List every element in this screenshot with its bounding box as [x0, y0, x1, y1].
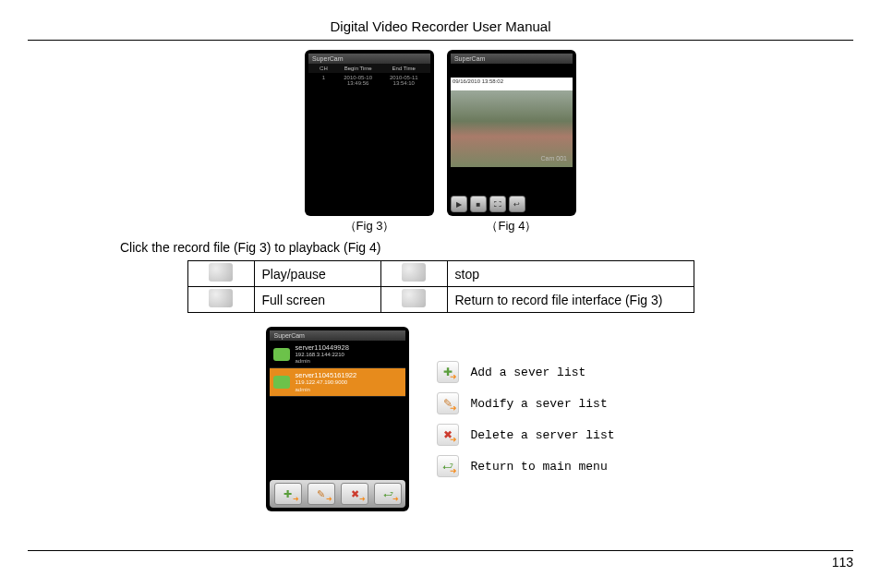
figure-row: SuperCam CH Begin Time End Time 1 2010-0… [28, 50, 853, 234]
server-ip: 119.122.47.190:9000 [295, 379, 356, 386]
stop-button[interactable]: ■ [470, 196, 487, 212]
delete-server-button[interactable]: ✖➜ [341, 483, 368, 505]
table-row: Play/pause stop [187, 261, 694, 287]
legend-delete-label: Delete a server list [470, 428, 614, 442]
server-admin: admin [295, 358, 348, 365]
server-text: server110449928 192.168.3.144:2210 admin [295, 343, 348, 365]
phone-frame-fig4: SuperCam 09/16/2010 13:58:02 Cam 001 ▶ ■… [447, 50, 576, 216]
server-name: server11045161922 [295, 371, 356, 379]
stop-icon [402, 263, 426, 282]
return-label: Return to record file interface (Fig 3) [447, 287, 694, 313]
phone-frame-fig3: SuperCam CH Begin Time End Time 1 2010-0… [305, 50, 434, 216]
arrow-icon: ➜ [293, 495, 299, 503]
modify-server-button[interactable]: ✎➜ [308, 483, 335, 505]
fullscreen-button[interactable]: ⛶ [489, 196, 506, 212]
play-pause-button[interactable]: ▶ [451, 196, 467, 212]
arrow-icon: ➜ [359, 495, 366, 503]
server-ip: 192.168.3.144:2210 [295, 352, 348, 358]
app-title-bar: SuperCam [270, 330, 405, 341]
legend-row-add: ✚➜ Add a sever list [437, 361, 614, 383]
return-button[interactable]: ↩ [509, 196, 525, 212]
player-controls: ▶ ■ ⛶ ↩ [451, 196, 525, 212]
return-icon: ⮐ [383, 488, 393, 499]
legend: ✚➜ Add a sever list ✎➜ Modify a sever li… [437, 352, 614, 486]
video-frame: Cam 001 [451, 90, 573, 167]
server-list-item-selected[interactable]: server11045161922 119.122.47.190:9000 ad… [270, 368, 405, 396]
legend-row-modify: ✎➜ Modify a sever list [437, 392, 614, 414]
legend-modify-label: Modify a sever list [470, 397, 607, 411]
page-number: 113 [28, 550, 853, 570]
delete-icon: ✖ [351, 488, 359, 500]
figure-3: SuperCam CH Begin Time End Time 1 2010-0… [305, 50, 434, 234]
fig3-caption: （Fig 3） [305, 218, 434, 234]
fullscreen-icon-cell [187, 287, 254, 313]
page-header: Digital Video Recorder User Manual [28, 18, 853, 41]
fullscreen-label: Full screen [254, 287, 380, 313]
play-pause-icon [209, 263, 233, 282]
row-end: 2010-05-11 13:54:10 [380, 75, 427, 86]
return-icon-cell [380, 287, 447, 313]
arrow-icon: ➜ [392, 495, 399, 503]
row-begin: 2010-05-10 13:49:56 [335, 75, 381, 86]
server-list-item[interactable]: server110449928 192.168.3.144:2210 admin [270, 341, 405, 368]
pencil-icon: ✎ [317, 488, 325, 500]
server-text: server11045161922 119.122.47.190:9000 ad… [295, 371, 356, 392]
play-pause-label: Play/pause [254, 261, 380, 287]
instruction-text: Click the record file (Fig 3) to playbac… [120, 240, 853, 255]
return-main-button[interactable]: ⮐➜ [374, 483, 402, 505]
record-list-header: CH Begin Time End Time [308, 64, 430, 73]
camera-icon [273, 348, 290, 361]
return-icon: ⮐➜ [437, 455, 459, 477]
col-begin: Begin Time [335, 66, 381, 71]
app-title-bar: SuperCam [451, 54, 573, 64]
row-ch: 1 [312, 75, 335, 86]
legend-row-delete: ✖➜ Delete a server list [437, 424, 614, 446]
server-list-section: SuperCam server110449928 192.168.3.144:2… [28, 327, 853, 511]
table-row: Full screen Return to record file interf… [187, 287, 694, 313]
camera-icon [273, 376, 290, 389]
delete-icon: ✖➜ [437, 424, 459, 446]
add-icon: ✚➜ [437, 361, 459, 383]
legend-add-label: Add a sever list [470, 366, 585, 379]
server-toolbar: ✚➜ ✎➜ ✖➜ ⮐➜ [270, 480, 405, 508]
modify-icon: ✎➜ [437, 392, 459, 414]
legend-row-return: ⮐➜ Return to main menu [437, 455, 614, 477]
app-title-bar: SuperCam [308, 54, 430, 64]
fullscreen-icon [209, 289, 233, 307]
col-ch: CH [312, 66, 335, 71]
arrow-icon: ➜ [326, 495, 332, 503]
record-row[interactable]: 1 2010-05-10 13:49:56 2010-05-11 13:54:1… [308, 73, 430, 88]
play-pause-icon-cell [187, 261, 254, 287]
figure-4: SuperCam 09/16/2010 13:58:02 Cam 001 ▶ ■… [447, 50, 576, 234]
plus-icon: ✚ [284, 488, 292, 500]
playback-timestamp: 09/16/2010 13:58:02 [451, 78, 573, 90]
server-name: server110449928 [295, 343, 348, 352]
phone-frame-server-list: SuperCam server110449928 192.168.3.144:2… [266, 327, 409, 511]
server-admin: admin [295, 387, 356, 393]
playback-screen: 09/16/2010 13:58:02 Cam 001 [451, 78, 573, 165]
page-number-value: 113 [832, 555, 853, 570]
add-server-button[interactable]: ✚➜ [274, 483, 302, 505]
camera-label: Cam 001 [541, 155, 567, 162]
return-icon [402, 289, 426, 307]
stop-icon-cell [380, 261, 447, 287]
controls-description-table: Play/pause stop Full screen Return to re… [187, 260, 694, 313]
legend-return-label: Return to main menu [470, 460, 607, 474]
col-end: End Time [380, 66, 427, 71]
stop-label: stop [447, 261, 694, 287]
header-title: Digital Video Recorder User Manual [330, 18, 550, 34]
fig4-caption: （Fig 4） [447, 218, 576, 234]
